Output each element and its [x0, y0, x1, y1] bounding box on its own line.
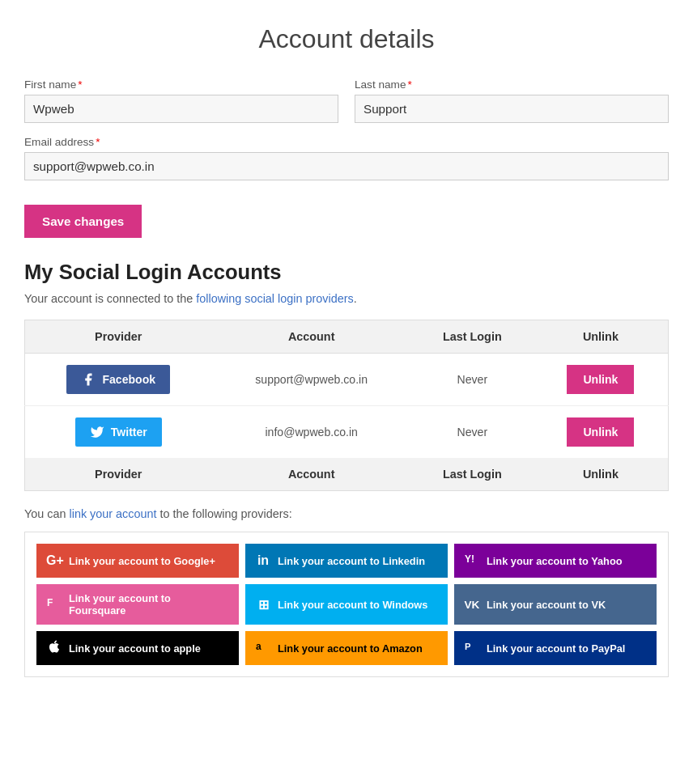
- linkedin-icon: in: [255, 553, 271, 568]
- provider-button-twitter[interactable]: Twitter: [75, 417, 162, 447]
- unlink-cell: Unlink: [534, 354, 669, 406]
- foursquare-icon: F: [46, 595, 62, 613]
- col-account: Account: [212, 320, 411, 354]
- email-input[interactable]: [24, 152, 669, 180]
- link-provider-label: Link your account to apple: [69, 642, 201, 655]
- link-apple-button[interactable]: Link your account to apple: [36, 631, 239, 665]
- link-provider-label: Link your account to Linkedin: [278, 555, 425, 567]
- svg-text:a: a: [256, 641, 261, 652]
- apple-icon: [46, 639, 62, 657]
- amazon-icon: a: [255, 639, 271, 657]
- col-provider-footer: Provider: [25, 458, 212, 491]
- first-name-label: First name*: [24, 78, 338, 91]
- account-cell: info@wpweb.co.in: [212, 406, 411, 459]
- svg-text:P: P: [465, 642, 471, 651]
- last-name-input[interactable]: [355, 95, 669, 123]
- provider-cell: Twitter: [25, 406, 212, 459]
- social-accounts-table: Provider Account Last Login Unlink Faceb…: [24, 320, 669, 491]
- link-yahoo-button[interactable]: Y! Link your account to Yahoo: [454, 544, 657, 578]
- col-last-login-footer: Last Login: [411, 458, 534, 491]
- name-row: First name* Last name*: [24, 78, 669, 123]
- link-vk-button[interactable]: VK Link your account to VK: [454, 584, 657, 625]
- col-account-footer: Account: [212, 458, 411, 491]
- link-provider-label: Link your account to Windows: [278, 599, 427, 611]
- paypal-icon: P: [464, 639, 480, 657]
- link-provider-label: Link your account to PayPal: [487, 642, 625, 655]
- last-name-label: Last name*: [355, 78, 669, 91]
- svg-text:F: F: [47, 597, 53, 608]
- last-name-group: Last name*: [355, 78, 669, 123]
- table-row: Twitter info@wpweb.co.in Never Unlink: [25, 406, 669, 459]
- google-icon: G+: [46, 553, 62, 568]
- link-provider-label: Link your account to Amazon: [278, 642, 423, 655]
- col-last-login: Last Login: [411, 320, 534, 354]
- twitter-icon: [90, 425, 104, 439]
- link-provider-label: Link your account to VK: [487, 599, 606, 611]
- can-link-description: You can link your account to the followi…: [24, 507, 669, 520]
- col-unlink-footer: Unlink: [534, 458, 669, 491]
- save-changes-button[interactable]: Save changes: [24, 205, 142, 238]
- link-google-button[interactable]: G+ Link your account to Google+: [36, 544, 239, 578]
- col-unlink: Unlink: [534, 320, 669, 354]
- link-linkedin-button[interactable]: in Link your account to Linkedin: [245, 544, 448, 578]
- link-providers-grid: G+ Link your account to Google+ in Link …: [24, 532, 669, 677]
- last-login-cell: Never: [411, 354, 534, 406]
- email-group: Email address*: [24, 136, 669, 180]
- page-title: Account details: [24, 24, 669, 54]
- link-paypal-button[interactable]: P Link your account to PayPal: [454, 631, 657, 665]
- link-provider-label: Link your account to Foursquare: [69, 592, 229, 617]
- link-windows-button[interactable]: ⊞ Link your account to Windows: [245, 584, 448, 625]
- link-provider-label: Link your account to Yahoo: [487, 555, 623, 567]
- vk-icon: VK: [464, 597, 480, 612]
- link-amazon-button[interactable]: a Link your account to Amazon: [245, 631, 448, 665]
- provider-cell: Facebook: [25, 354, 212, 406]
- account-cell: support@wpweb.co.in: [212, 354, 411, 406]
- yahoo-icon: Y!: [464, 552, 480, 570]
- provider-button-facebook[interactable]: Facebook: [66, 365, 170, 394]
- col-provider: Provider: [25, 320, 212, 354]
- table-header-row: Provider Account Last Login Unlink: [25, 320, 669, 354]
- unlink-facebook-button[interactable]: Unlink: [567, 365, 634, 394]
- svg-text:Y!: Y!: [465, 553, 474, 565]
- social-login-title: My Social Login Accounts: [24, 261, 669, 284]
- table-footer-row: Provider Account Last Login Unlink: [25, 458, 669, 491]
- last-login-cell: Never: [411, 406, 534, 459]
- table-row: Facebook support@wpweb.co.in Never Unlin…: [25, 354, 669, 406]
- link-foursquare-button[interactable]: F Link your account to Foursquare: [36, 584, 239, 625]
- connected-description: Your account is connected to the followi…: [24, 292, 669, 305]
- facebook-icon: [81, 372, 96, 387]
- unlink-twitter-button[interactable]: Unlink: [567, 417, 634, 447]
- email-label: Email address*: [24, 136, 669, 148]
- windows-icon: ⊞: [255, 597, 271, 612]
- first-name-input[interactable]: [24, 95, 338, 123]
- first-name-group: First name*: [24, 78, 338, 123]
- unlink-cell: Unlink: [534, 406, 669, 459]
- link-provider-label: Link your account to Google+: [69, 555, 215, 567]
